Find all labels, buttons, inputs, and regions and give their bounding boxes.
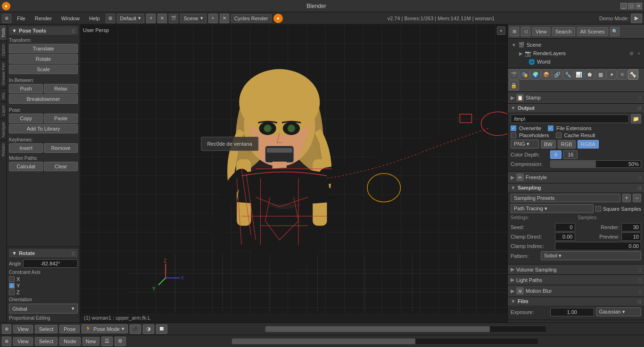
breakdownner-button[interactable]: Breakdownner xyxy=(9,94,78,104)
new-button[interactable]: New xyxy=(83,337,99,346)
filter-dropdown[interactable]: Gaussian ▾ xyxy=(596,307,642,316)
overwrite-checkbox[interactable]: ✓ xyxy=(511,125,516,131)
x-axis-checkbox[interactable] xyxy=(9,276,15,282)
bw-button[interactable]: BW xyxy=(541,140,556,149)
stamp-header[interactable]: ▶ 📋 Stamp :: xyxy=(508,92,644,103)
clear-button[interactable]: Clear xyxy=(44,162,78,171)
clamp-indirect-value[interactable]: 0.00 xyxy=(555,242,641,250)
seed-value[interactable]: 0 xyxy=(555,223,575,231)
pose-menu-button[interactable]: Pose xyxy=(59,325,80,333)
blender-logo[interactable]: ● xyxy=(2,2,10,10)
node-select-button[interactable]: Select xyxy=(35,337,58,346)
path-tracing-dropdown[interactable]: Path Tracing ▾ xyxy=(511,204,594,213)
scene-props-icon[interactable]: 🎭 xyxy=(520,69,530,80)
node-settings-icon[interactable]: ⚙ xyxy=(115,337,126,346)
data-props-icon[interactable]: 📊 xyxy=(574,69,584,80)
paste-button[interactable]: Paste xyxy=(44,114,78,123)
bottom-mode-icon[interactable]: ⊕ xyxy=(2,324,11,334)
node-options-icon[interactable]: ☰ xyxy=(101,337,113,346)
node-scrollbar[interactable] xyxy=(231,338,538,345)
node-view-button[interactable]: View xyxy=(13,337,33,346)
output-header[interactable]: ▼ Output :: xyxy=(508,104,644,112)
menu-render[interactable]: Render xyxy=(31,15,56,22)
z-axis-checkbox[interactable] xyxy=(9,289,15,295)
rotate-header[interactable]: ▼ Rotate :: xyxy=(9,249,78,257)
file-extensions-checkbox[interactable]: ✓ xyxy=(548,125,553,131)
menu-file[interactable]: File xyxy=(13,15,29,22)
constraint-props-icon[interactable]: 🔗 xyxy=(552,69,562,80)
tab-grease-pen[interactable]: Grease Pen xyxy=(0,59,7,88)
tab-layer[interactable]: Layer xyxy=(0,102,7,119)
close-button[interactable]: ✕ xyxy=(636,3,642,9)
placeholders-checkbox[interactable] xyxy=(511,132,516,138)
freestyle-header[interactable]: ▶ ✏ Freestyle :: xyxy=(508,172,644,183)
outliner-icon[interactable]: ⊞ xyxy=(510,27,519,36)
y-axis-checkbox[interactable]: ✓ xyxy=(9,283,15,289)
render-layers-add-icon[interactable]: + xyxy=(637,51,640,56)
scene-close-icon[interactable]: ✕ xyxy=(220,14,229,23)
texture-props-icon[interactable]: ▦ xyxy=(595,69,606,80)
exposure-value[interactable]: 1.00 xyxy=(550,308,594,316)
workspace-layout-icon[interactable]: ⊞ xyxy=(106,14,115,23)
compression-slider[interactable]: 50% xyxy=(550,160,641,168)
relax-button[interactable]: Relax xyxy=(44,84,78,93)
sampling-presets-dropdown[interactable]: Sampling Presets xyxy=(511,194,620,202)
square-samples-checkbox[interactable] xyxy=(595,206,601,212)
window-controls[interactable]: _ □ ✕ xyxy=(620,3,644,9)
node-node-button[interactable]: Node xyxy=(59,337,80,346)
copy-button[interactable]: Copy xyxy=(9,114,43,123)
render-layers-tree-item[interactable]: ▶ 📷 RenderLayers ⚙ + xyxy=(510,49,642,58)
menu-help[interactable]: Help xyxy=(85,15,104,22)
add-layout-icon[interactable]: + xyxy=(146,14,156,23)
motion-blur-header[interactable]: ▶ ≋ Motion Blur :: xyxy=(508,285,644,297)
pose-tools-header[interactable]: ▼ Pose Tools :: xyxy=(9,26,78,35)
world-props-icon[interactable]: 🌍 xyxy=(530,69,541,80)
color-depth-16-button[interactable]: 16 xyxy=(563,150,578,159)
viewport-shading2-icon[interactable]: ◑ xyxy=(143,324,154,334)
cache-result-checkbox[interactable] xyxy=(556,132,561,138)
pattern-dropdown[interactable]: Sobol ▾ xyxy=(541,251,641,260)
tab-navigati[interactable]: Navigati xyxy=(0,119,7,140)
render-value[interactable]: 30 xyxy=(621,223,642,231)
angle-input[interactable]: -82.842° xyxy=(23,259,78,268)
output-path-browse-icon[interactable]: 📁 xyxy=(631,114,641,124)
modifier-props-icon[interactable]: 🔧 xyxy=(563,69,573,80)
bone-constraint-icon[interactable]: 🔒 xyxy=(509,80,519,91)
viewport-shading-icon[interactable]: ⚫ xyxy=(130,324,141,334)
node-mode-icon[interactable]: ⊕ xyxy=(2,337,11,346)
view-label[interactable]: View xyxy=(532,27,550,36)
format-dropdown[interactable]: PNG ▾ xyxy=(511,140,539,149)
light-paths-header[interactable]: ▶ Light Paths :: xyxy=(508,275,644,285)
remove-button[interactable]: Remove xyxy=(44,143,78,153)
menu-window[interactable]: Window xyxy=(58,15,83,22)
add-to-library-button[interactable]: Add To Library xyxy=(9,124,78,133)
object-props-icon[interactable]: 📦 xyxy=(541,69,552,80)
magnify-icon[interactable]: 🔍 xyxy=(610,27,619,36)
maximize-button[interactable]: □ xyxy=(628,3,635,9)
render-icon[interactable]: 🎬 xyxy=(169,14,178,23)
sampling-presets-add-icon[interactable]: + xyxy=(622,194,631,202)
orientation-dropdown[interactable]: Global ▾ xyxy=(9,304,78,314)
viewport-options-icon[interactable]: 🔲 xyxy=(156,324,167,334)
rgba-button[interactable]: RGBA xyxy=(578,140,599,149)
tab-relatio[interactable]: Relatio xyxy=(0,140,7,159)
rotate-button[interactable]: Rotate xyxy=(9,54,78,64)
sampling-presets-remove-icon[interactable]: − xyxy=(633,194,641,202)
translate-button[interactable]: Translate xyxy=(9,44,78,53)
pose-mode-dropdown[interactable]: 🏃 Pose Mode ▾ xyxy=(82,324,128,333)
render-props-icon[interactable]: 🎬 xyxy=(509,69,519,80)
layout-options-icon[interactable]: ✕ xyxy=(157,14,167,23)
scene-tree-item[interactable]: ▼ 🎬 Scene xyxy=(510,41,642,49)
preview-value[interactable]: 10 xyxy=(621,232,642,241)
workspace-dropdown[interactable]: Default ▾ xyxy=(117,14,145,23)
push-button[interactable]: Push xyxy=(9,84,43,93)
material-props-icon[interactable]: ⬟ xyxy=(585,69,595,80)
back-icon[interactable]: ◁ xyxy=(521,27,530,36)
scenes-dropdown[interactable]: All Scenes xyxy=(577,27,608,36)
view-menu-button[interactable]: View xyxy=(13,325,33,333)
search-button[interactable]: Search xyxy=(552,27,575,36)
physics-props-icon[interactable]: ⚛ xyxy=(617,69,627,80)
horizontal-scrollbar[interactable] xyxy=(265,326,547,332)
render-engine-dropdown[interactable]: Cycles Render xyxy=(231,14,272,23)
select-menu-button[interactable]: Select xyxy=(35,325,58,333)
